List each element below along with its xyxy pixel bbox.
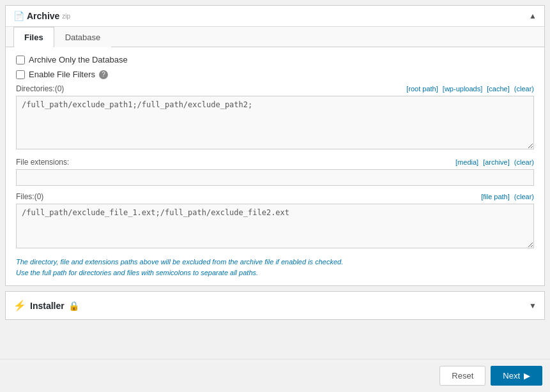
file-extensions-field-row: File extensions: [media] [archive] (clea…	[16, 158, 534, 186]
archive-title-text: Archive	[27, 11, 59, 21]
files-clear-link[interactable]: (clear)	[514, 193, 534, 200]
next-label: Next	[503, 371, 520, 381]
installer-toggle-arrow[interactable]: ▼	[529, 301, 537, 310]
files-textarea[interactable]: /full_path/exclude_file_1.ext;/full_path…	[16, 204, 534, 248]
tab-files-content: Archive Only the Database Enable File Fi…	[6, 47, 544, 285]
archive-link[interactable]: [archive]	[483, 158, 510, 166]
bolt-icon: ⚡	[13, 299, 26, 312]
files-label: Files:(0)	[16, 192, 43, 201]
root-path-link[interactable]: [root path]	[406, 85, 438, 93]
installer-title-text: Installer	[30, 301, 65, 311]
file-extensions-header: File extensions: [media] [archive] (clea…	[16, 158, 534, 167]
file-filters-checkbox-row: Enable File Filters ?	[16, 70, 534, 79]
archive-file-icon: 📄	[13, 11, 24, 21]
archive-tabs: Files Database	[6, 27, 544, 47]
reset-button[interactable]: Reset	[439, 366, 485, 386]
archive-db-checkbox[interactable]	[16, 56, 25, 64]
directories-clear-link[interactable]: (clear)	[514, 85, 534, 93]
directories-links: [root path] [wp-uploads] [cache] (clear)	[404, 85, 534, 93]
files-field-row: Files:(0) [file path] (clear) /full_path…	[16, 192, 534, 250]
lock-icon: 🔒	[68, 301, 79, 311]
next-icon: ▶	[524, 371, 530, 381]
installer-title: ⚡ Installer 🔒	[13, 299, 79, 312]
directories-field-row: Directories:(0) [root path] [wp-uploads]…	[16, 84, 534, 151]
files-header: Files:(0) [file path] (clear)	[16, 192, 534, 201]
file-filters-label: Enable File Filters	[29, 70, 95, 79]
installer-section: ⚡ Installer 🔒 ▼	[5, 291, 545, 320]
archive-section: 📄 Archive zip ▲ Files Database Archive O…	[5, 5, 545, 286]
footer: Reset Next ▶	[0, 359, 550, 392]
archive-toggle-arrow[interactable]: ▲	[529, 11, 537, 20]
tab-files[interactable]: Files	[13, 27, 54, 47]
file-extensions-links: [media] [archive] (clear)	[453, 158, 534, 166]
file-filters-help-icon[interactable]: ?	[99, 70, 108, 79]
files-links: [file path] (clear)	[478, 193, 534, 200]
file-filters-checkbox[interactable]	[16, 70, 25, 79]
wp-uploads-link[interactable]: [wp-uploads]	[443, 85, 482, 93]
file-extensions-input[interactable]: ext1;ext2;ext3;	[16, 169, 534, 186]
file-path-link[interactable]: [file path]	[481, 193, 510, 200]
next-button[interactable]: Next ▶	[491, 366, 542, 386]
directories-textarea[interactable]: /full_path/exclude_path1;/full_path/excl…	[16, 96, 534, 149]
media-link[interactable]: [media]	[455, 158, 478, 166]
file-extensions-label: File extensions:	[16, 158, 69, 167]
cache-link[interactable]: [cache]	[487, 85, 509, 93]
hint-text: The directory, file and extensions paths…	[16, 257, 534, 278]
archive-db-checkbox-row: Archive Only the Database	[16, 55, 534, 64]
zip-badge: zip	[62, 13, 70, 20]
installer-header: ⚡ Installer 🔒 ▼	[6, 292, 544, 319]
extensions-clear-link[interactable]: (clear)	[514, 158, 534, 166]
tab-database[interactable]: Database	[54, 27, 112, 47]
directories-header: Directories:(0) [root path] [wp-uploads]…	[16, 84, 534, 93]
archive-section-header: 📄 Archive zip ▲	[6, 6, 544, 27]
directories-label: Directories:(0)	[16, 84, 64, 93]
archive-title: 📄 Archive zip	[13, 11, 70, 21]
archive-db-label: Archive Only the Database	[29, 55, 128, 64]
